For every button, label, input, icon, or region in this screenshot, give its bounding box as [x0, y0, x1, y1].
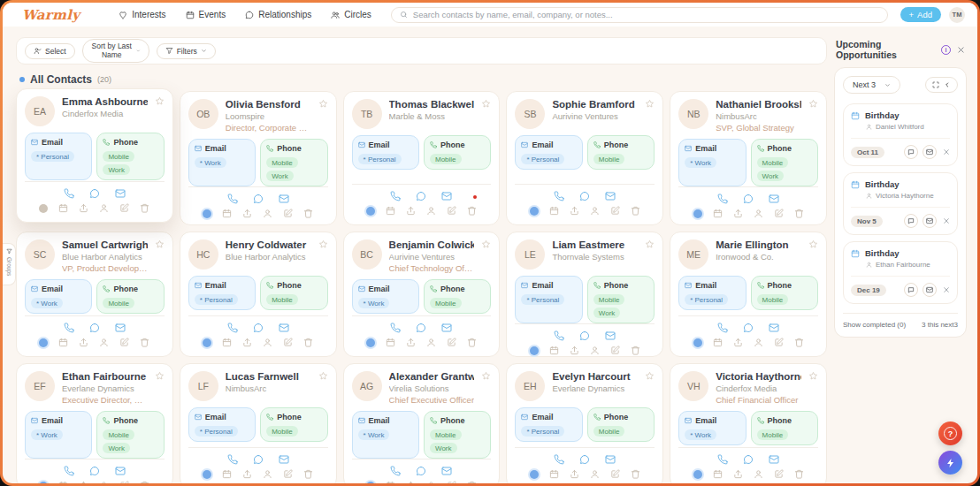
email-action-icon[interactable] — [279, 323, 289, 333]
search-bar[interactable] — [391, 7, 888, 23]
edit-icon[interactable] — [119, 481, 129, 483]
contact-card[interactable]: SC Samuel Cartwright Blue Harbor Analyti… — [16, 232, 173, 357]
email-action-icon[interactable] — [605, 454, 616, 465]
star-icon[interactable] — [155, 239, 165, 249]
call-action-icon[interactable] — [554, 191, 564, 201]
user-avatar[interactable]: TM — [949, 7, 965, 23]
message-action-icon[interactable] — [579, 191, 590, 201]
star-icon[interactable] — [808, 371, 818, 381]
edit-icon[interactable] — [610, 469, 620, 479]
calendar-icon[interactable] — [222, 469, 232, 479]
contact-card[interactable]: TB Thomas Blackwell Marble & Moss Email … — [343, 91, 501, 225]
star-icon[interactable] — [155, 96, 165, 106]
trash-icon[interactable] — [631, 206, 640, 216]
trash-icon[interactable] — [140, 338, 149, 347]
trash-icon[interactable] — [631, 469, 640, 479]
email-box[interactable]: Email * Personal — [188, 407, 256, 442]
message-action-icon[interactable] — [416, 323, 426, 333]
email-action-icon[interactable] — [279, 194, 289, 204]
sort-button[interactable]: Sort by Last Name — [82, 39, 149, 63]
call-action-icon[interactable] — [717, 454, 728, 465]
phone-box[interactable]: Phone Mobile — [424, 279, 491, 314]
contact-card[interactable]: SB Sophie Bramford Aurivine Ventures Ema… — [506, 91, 663, 225]
email-action-icon[interactable] — [115, 188, 126, 199]
calendar-icon[interactable] — [58, 481, 68, 483]
message-button[interactable] — [904, 214, 918, 228]
dismiss-icon[interactable] — [943, 148, 950, 156]
trash-icon[interactable] — [467, 206, 477, 216]
share-icon[interactable] — [79, 481, 88, 483]
star-icon[interactable] — [481, 99, 491, 109]
trash-icon[interactable] — [303, 209, 313, 218]
phone-box[interactable]: Phone MobileWork — [424, 411, 491, 459]
status-dot[interactable] — [39, 482, 48, 484]
person-icon[interactable] — [426, 481, 436, 483]
call-action-icon[interactable] — [390, 466, 401, 476]
message-action-icon[interactable] — [253, 323, 264, 333]
edit-icon[interactable] — [119, 338, 129, 347]
call-action-icon[interactable] — [554, 330, 564, 341]
email-box[interactable]: Email * Work — [352, 411, 419, 459]
message-action-icon[interactable] — [579, 330, 590, 341]
email-button[interactable] — [923, 283, 937, 297]
status-dot[interactable] — [530, 207, 539, 216]
share-icon[interactable] — [242, 469, 252, 479]
star-icon[interactable] — [808, 99, 818, 109]
trash-icon[interactable] — [467, 481, 477, 483]
star-icon[interactable] — [645, 99, 655, 109]
add-button[interactable]: + Add — [900, 7, 941, 22]
edit-icon[interactable] — [447, 206, 456, 216]
message-action-icon[interactable] — [743, 454, 754, 465]
email-action-icon[interactable] — [769, 194, 779, 204]
dismiss-icon[interactable] — [943, 217, 950, 224]
person-icon[interactable] — [426, 206, 436, 216]
panel-expand-collapse[interactable] — [925, 77, 958, 93]
person-icon[interactable] — [754, 209, 763, 218]
email-box[interactable]: Email * Personal — [515, 276, 582, 323]
email-action-icon[interactable] — [605, 191, 616, 201]
trash-icon[interactable] — [631, 346, 640, 355]
share-icon[interactable] — [242, 338, 252, 347]
contact-card[interactable]: EH Evelyn Harcourt Everlane Dynamics Ema… — [506, 363, 663, 483]
trash-icon[interactable] — [467, 338, 477, 347]
contact-card[interactable]: AG Alexander Grantwell Virelia Solutions… — [343, 363, 501, 483]
nav-relationships[interactable]: Relationships — [245, 10, 311, 19]
call-action-icon[interactable] — [717, 194, 728, 204]
person-icon[interactable] — [590, 469, 600, 479]
email-box[interactable]: Email * Work — [352, 279, 419, 314]
contact-card[interactable]: HC Henry Coldwater Blue Harbor Analytics… — [180, 232, 337, 357]
search-input[interactable] — [413, 10, 879, 19]
phone-box[interactable]: Phone MobileWork — [751, 139, 818, 186]
calendar-icon[interactable] — [713, 209, 723, 218]
contact-card[interactable]: EA Emma Ashbourne Cinderfox Media Email … — [16, 88, 173, 223]
trash-icon[interactable] — [303, 338, 313, 347]
call-action-icon[interactable] — [227, 323, 238, 333]
person-icon[interactable] — [754, 469, 763, 479]
select-button[interactable]: Select — [25, 43, 75, 59]
phone-box[interactable]: Phone Mobile — [751, 411, 818, 445]
trash-icon[interactable] — [140, 203, 149, 213]
calendar-icon[interactable] — [549, 346, 559, 355]
email-action-icon[interactable] — [441, 323, 452, 333]
message-action-icon[interactable] — [579, 454, 590, 465]
person-icon[interactable] — [263, 469, 272, 479]
trash-icon[interactable] — [303, 469, 313, 479]
message-button[interactable] — [904, 145, 918, 159]
phone-box[interactable]: Phone Mobile — [751, 276, 818, 310]
edit-icon[interactable] — [283, 469, 293, 479]
status-dot[interactable] — [39, 338, 48, 347]
edit-icon[interactable] — [774, 209, 784, 218]
phone-box[interactable]: Phone MobileWork — [96, 411, 164, 459]
person-icon[interactable] — [426, 338, 436, 347]
contact-card[interactable]: NB Nathaniel Brookshire NimbusArc SVP, G… — [670, 91, 827, 225]
calendar-icon[interactable] — [58, 338, 68, 347]
call-action-icon[interactable] — [390, 191, 401, 201]
email-box[interactable]: Email * Personal — [352, 135, 419, 170]
edit-icon[interactable] — [610, 206, 620, 216]
trash-icon[interactable] — [794, 469, 804, 479]
trash-icon[interactable] — [794, 338, 804, 347]
next-filter-dropdown[interactable]: Next 3 — [843, 76, 900, 94]
close-icon[interactable] — [957, 46, 965, 54]
share-icon[interactable] — [242, 209, 252, 218]
message-action-icon[interactable] — [89, 188, 100, 199]
